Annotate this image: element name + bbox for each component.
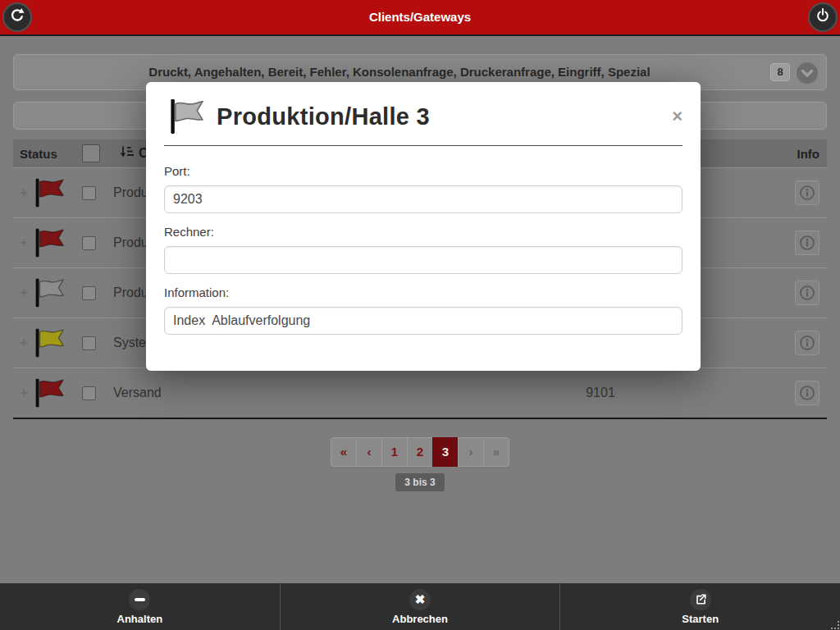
client-edit-dialog: Produktion/Halle 3 × Port: Rechner: Info…	[146, 82, 701, 371]
info-button[interactable]	[795, 381, 819, 405]
expand-plus-icon[interactable]: +	[20, 185, 28, 201]
page-prev-button[interactable]: ‹	[356, 437, 382, 467]
expand-plus-icon[interactable]: +	[20, 335, 28, 351]
filter-count-badge: 8	[770, 63, 790, 81]
status-flag-icon	[30, 176, 66, 209]
client-port: 9101	[420, 386, 781, 400]
information-field[interactable]	[164, 307, 682, 335]
info-button[interactable]	[795, 281, 819, 305]
page-1-button[interactable]: 1	[381, 437, 408, 467]
info-button[interactable]	[795, 180, 819, 205]
information-label: Information:	[164, 285, 682, 299]
row-checkbox[interactable]	[82, 336, 96, 350]
status-column-header[interactable]: Status	[13, 147, 82, 161]
client-name: Versand	[113, 386, 420, 400]
dialog-title: Produktion/Halle 3	[217, 103, 430, 130]
dialog-flag-icon	[164, 98, 207, 135]
row-checkbox[interactable]	[82, 386, 96, 400]
power-button[interactable]	[808, 2, 838, 32]
info-icon	[799, 335, 815, 351]
row-checkbox[interactable]	[82, 236, 96, 250]
start-icon	[690, 589, 711, 610]
info-icon	[799, 235, 815, 251]
rechner-label: Rechner:	[164, 225, 682, 239]
status-flag-icon	[30, 377, 66, 409]
info-icon	[799, 385, 815, 401]
page-next-button[interactable]: ›	[458, 437, 484, 467]
close-icon[interactable]: ×	[672, 107, 682, 126]
port-label: Port:	[164, 164, 682, 178]
abbrechen-button[interactable]: ✖ Abbrechen	[280, 583, 560, 630]
page-2-button[interactable]: 2	[407, 437, 433, 467]
expand-plus-icon[interactable]: +	[20, 285, 28, 301]
app-header: Clients/Gateways	[0, 0, 840, 36]
page-first-button[interactable]: «	[331, 437, 357, 467]
status-flag-icon	[30, 226, 66, 259]
port-field[interactable]	[164, 185, 682, 213]
pagination-tooltip: 3 bis 3	[0, 473, 840, 491]
table-row[interactable]: + Versand 9101	[13, 368, 827, 418]
x-icon: ✖	[409, 589, 431, 610]
rechner-field[interactable]	[164, 246, 682, 274]
minus-icon	[129, 589, 150, 610]
sort-icon[interactable]	[120, 145, 134, 162]
info-icon	[799, 185, 815, 201]
row-checkbox[interactable]	[82, 286, 96, 300]
page-3-button[interactable]: 3	[432, 437, 459, 467]
status-flag-icon	[30, 276, 66, 309]
action-bar: Anhalten ✖ Abbrechen Starten	[0, 583, 840, 630]
select-all-checkbox[interactable]	[82, 144, 100, 162]
page-title: Clients/Gateways	[0, 0, 840, 34]
status-flag-icon	[30, 326, 66, 359]
info-column-header: Info	[781, 147, 827, 161]
power-icon	[815, 7, 831, 27]
page-last-button[interactable]: »	[483, 437, 509, 467]
pagination: « ‹ 1 2 3 › »	[0, 437, 840, 467]
row-checkbox[interactable]	[82, 186, 96, 200]
info-icon	[799, 285, 815, 301]
expand-plus-icon[interactable]: +	[20, 385, 28, 401]
expand-plus-icon[interactable]: +	[20, 235, 28, 251]
info-button[interactable]	[795, 331, 819, 355]
resize-grip-icon[interactable]	[831, 621, 839, 629]
anhalten-button[interactable]: Anhalten	[0, 583, 280, 630]
chevron-down-icon[interactable]	[796, 62, 819, 84]
starten-button[interactable]: Starten	[559, 583, 840, 630]
info-button[interactable]	[795, 231, 819, 255]
